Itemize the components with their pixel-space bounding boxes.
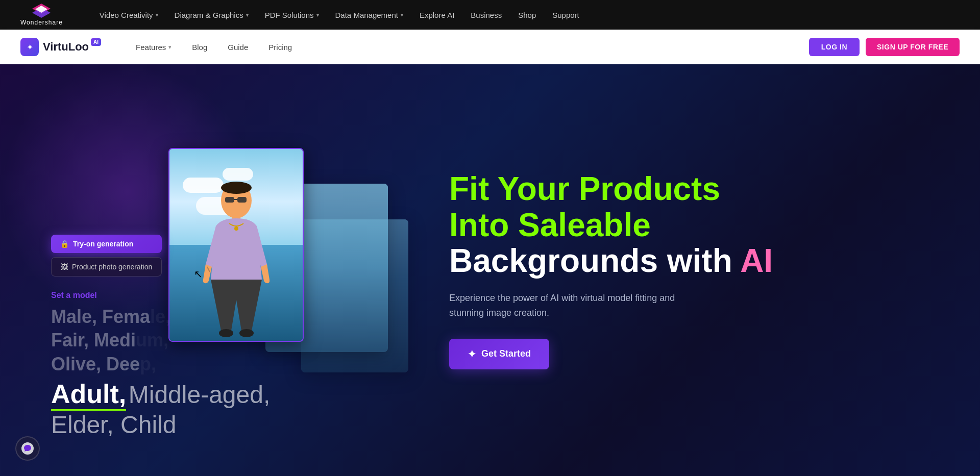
try-on-generation-button[interactable]: 🔒 Try-on generation (51, 235, 162, 253)
wondershare-text: Wondershare (20, 19, 63, 26)
svg-rect-1 (225, 197, 234, 203)
svg-point-8 (234, 227, 238, 231)
nav-blog[interactable]: Blog (182, 30, 217, 64)
second-nav-links: Features ▾ Blog Guide Pricing (126, 30, 467, 64)
chat-support-button[interactable] (15, 436, 40, 461)
hero-heading: Fit Your Products Into Saleable Backgrou… (449, 171, 773, 279)
chevron-down-icon: ▾ (316, 12, 319, 18)
virtulook-logo-icon (20, 38, 39, 56)
top-nav-pdf-solutions[interactable]: PDF Solutions ▾ (265, 11, 319, 19)
nav-features[interactable]: Features ▾ (126, 30, 182, 64)
chevron-down-icon: ▾ (168, 44, 172, 51)
top-navigation: Wondershare Video Creativity ▾ Diagram &… (0, 0, 980, 30)
demo-buttons: 🔒 Try-on generation 🖼 Product photo gene… (51, 235, 162, 277)
ai-badge: AI (91, 38, 101, 46)
sparkle-icon: ✦ (468, 348, 476, 360)
hero-right-panel: Fit Your Products Into Saleable Backgrou… (408, 171, 929, 369)
signup-button[interactable]: SIGN UP FOR FREE (866, 38, 960, 56)
model-options: Male, Female, Fair, Medium, Olive, Deep, (51, 305, 270, 377)
chevron-down-icon: ▾ (156, 12, 158, 18)
nav-pricing[interactable]: Pricing (258, 30, 302, 64)
hero-left-panel: 🔒 Try-on generation 🖼 Product photo gene… (51, 122, 408, 418)
top-nav-diagram-graphics[interactable]: Diagram & Graphics ▾ (175, 11, 249, 19)
top-nav-explore-ai[interactable]: Explore AI (420, 11, 454, 19)
wondershare-logo-area[interactable]: Wondershare (20, 4, 63, 26)
login-button[interactable]: LOG IN (809, 38, 860, 56)
lock-icon: 🔒 (60, 240, 69, 248)
demo-container: 🔒 Try-on generation 🖼 Product photo gene… (51, 122, 368, 418)
model-age-options: Adult, Middle-aged,Elder, Child (51, 379, 270, 439)
image-icon: 🖼 (61, 263, 68, 271)
product-navigation: VirtuLoo AI Features ▾ Blog Guide Pricin… (0, 30, 980, 64)
product-photo-button[interactable]: 🖼 Product photo generation (51, 257, 162, 277)
virtulook-brand[interactable]: VirtuLoo AI (20, 38, 101, 56)
svg-point-4 (221, 182, 252, 194)
model-text-area: Set a model Male, Female, Fair, Medium, … (51, 291, 270, 439)
top-nav-support[interactable]: Support (552, 11, 579, 19)
wondershare-logo-icon (32, 4, 51, 18)
chevron-down-icon: ▾ (401, 12, 403, 18)
model-adult-highlight: Adult, (51, 379, 126, 411)
top-nav-video-creativity[interactable]: Video Creativity ▾ (100, 11, 158, 19)
chat-icon (21, 442, 34, 455)
set-model-label: Set a model (51, 291, 270, 300)
hero-section: 🔒 Try-on generation 🖼 Product photo gene… (0, 64, 980, 476)
nav-guide[interactable]: Guide (217, 30, 258, 64)
get-started-button[interactable]: ✦ Get Started (449, 339, 549, 369)
brand-name-text: VirtuLoo (43, 40, 89, 54)
top-nav-shop[interactable]: Shop (518, 11, 536, 19)
svg-rect-2 (237, 197, 247, 203)
chevron-down-icon: ▾ (246, 12, 249, 18)
top-nav-business[interactable]: Business (471, 11, 502, 19)
top-nav-data-management[interactable]: Data Management ▾ (335, 11, 403, 19)
hero-subtitle: Experience the power of AI with virtual … (449, 291, 694, 320)
